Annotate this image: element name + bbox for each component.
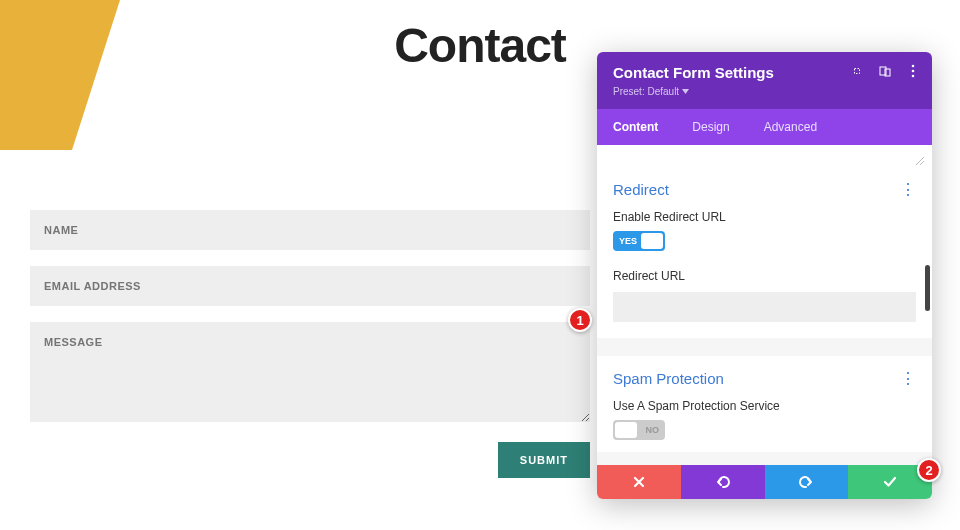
enable-redirect-label: Enable Redirect URL xyxy=(613,210,916,224)
svg-line-7 xyxy=(920,161,924,165)
toggle-no-label: NO xyxy=(646,425,660,435)
more-icon[interactable] xyxy=(906,64,920,78)
scrollbar-thumb[interactable] xyxy=(925,265,930,311)
svg-point-3 xyxy=(912,65,915,68)
toggle-yes-label: YES xyxy=(619,236,637,246)
annotation-2: 2 xyxy=(917,458,941,482)
annotation-1: 1 xyxy=(568,308,592,332)
section-spam-options-icon[interactable]: ⋮ xyxy=(900,374,916,384)
panel-footer xyxy=(597,465,932,499)
section-redirect-options-icon[interactable]: ⋮ xyxy=(900,185,916,195)
section-spam-title: Spam Protection xyxy=(613,370,724,387)
redo-button[interactable] xyxy=(765,465,849,499)
decorative-gold-shape xyxy=(0,0,120,150)
submit-button[interactable]: SUBMIT xyxy=(498,442,590,478)
tab-advanced[interactable]: Advanced xyxy=(764,109,833,145)
svg-point-5 xyxy=(912,75,915,78)
enable-redirect-toggle[interactable]: YES xyxy=(613,231,665,251)
section-redirect-title: Redirect xyxy=(613,181,669,198)
tab-design[interactable]: Design xyxy=(692,109,745,145)
email-field[interactable] xyxy=(30,266,590,306)
spam-service-toggle[interactable]: NO xyxy=(613,420,665,440)
redirect-url-input[interactable] xyxy=(613,292,916,322)
undo-icon xyxy=(715,475,731,489)
svg-line-6 xyxy=(916,157,924,165)
toggle-knob xyxy=(641,233,663,249)
contact-form: SUBMIT xyxy=(30,210,590,478)
resize-handle-icon xyxy=(914,155,924,165)
previous-section-fragment xyxy=(597,145,932,167)
close-icon xyxy=(633,476,645,488)
page-title: Contact xyxy=(394,18,566,73)
panel-preset[interactable]: Preset: Default xyxy=(613,86,689,97)
svg-point-4 xyxy=(912,70,915,73)
expand-icon[interactable] xyxy=(850,64,864,78)
redirect-url-label: Redirect URL xyxy=(613,269,916,283)
section-spam: Spam Protection ⋮ Use A Spam Protection … xyxy=(597,356,932,452)
svg-rect-0 xyxy=(855,69,860,74)
panel-header[interactable]: Contact Form Settings Preset: Default xyxy=(597,52,932,109)
section-redirect: Redirect ⋮ Enable Redirect URL YES Redir… xyxy=(597,167,932,338)
responsive-icon[interactable] xyxy=(878,64,892,78)
panel-preset-label: Preset: Default xyxy=(613,86,679,97)
tab-content[interactable]: Content xyxy=(613,109,674,145)
undo-button[interactable] xyxy=(681,465,765,499)
name-field[interactable] xyxy=(30,210,590,250)
panel-tabs: Content Design Advanced xyxy=(597,109,932,145)
cancel-button[interactable] xyxy=(597,465,681,499)
check-icon xyxy=(883,476,897,488)
redo-icon xyxy=(798,475,814,489)
settings-panel: Contact Form Settings Preset: Default Co… xyxy=(597,52,932,499)
spam-service-label: Use A Spam Protection Service xyxy=(613,399,916,413)
panel-body: Redirect ⋮ Enable Redirect URL YES Redir… xyxy=(597,145,932,465)
message-field[interactable] xyxy=(30,322,590,422)
toggle-knob xyxy=(615,422,637,438)
caret-down-icon xyxy=(682,89,689,94)
